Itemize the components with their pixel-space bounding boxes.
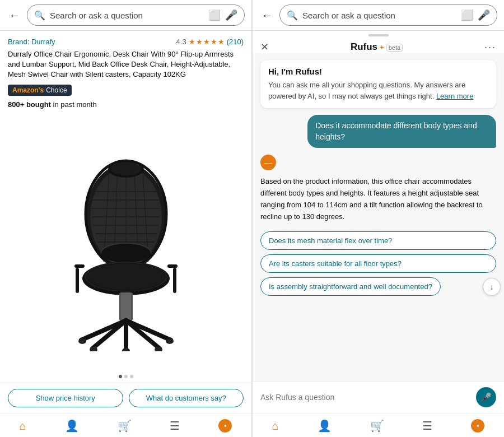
left-nav-account[interactable]: 👤: [59, 418, 85, 434]
ask-rufus-input[interactable]: [260, 393, 472, 402]
star-rating: ★ ★ ★ ★ ★: [189, 38, 225, 46]
right-search-input-container[interactable]: 🔍 Search or ask a question ⬜ 🎤: [279, 4, 497, 26]
svg-rect-21: [76, 268, 79, 293]
suggestion-chip-1[interactable]: Does its mesh material flex over time?: [260, 231, 496, 250]
person-icon: 👤: [65, 419, 79, 433]
ai-message-group: — Based on the product information, this…: [260, 155, 496, 222]
scroll-down-button[interactable]: ↓: [483, 278, 501, 296]
svg-point-19: [87, 263, 165, 290]
right-camera-icon[interactable]: ⬜: [461, 9, 473, 21]
left-mic-icon[interactable]: 🎤: [225, 9, 237, 21]
rufus-chat-area: Hi, I'm Rufus! You can ask me all your s…: [253, 53, 504, 381]
left-nav-menu[interactable]: ☰: [164, 418, 185, 434]
svg-point-32: [166, 338, 174, 344]
image-dots: [119, 375, 133, 378]
chevron-down-icon: ↓: [490, 282, 494, 291]
cart-icon: 🛒: [118, 419, 132, 433]
right-profile-avatar: •: [471, 419, 484, 433]
review-count[interactable]: (210): [227, 38, 244, 46]
show-price-history-button[interactable]: Show price history: [8, 389, 123, 407]
bought-line: 800+ bought in past month: [8, 100, 244, 109]
what-customers-say-button[interactable]: What do customers say?: [129, 389, 244, 407]
right-panel: ← 🔍 Search or ask a question ⬜ 🎤 ✕ Rufus…: [253, 0, 504, 437]
ask-mic-button[interactable]: 🎤: [476, 387, 496, 407]
left-camera-icon[interactable]: ⬜: [208, 9, 221, 21]
suggestion-chip-2[interactable]: Are its casters suitable for all floor t…: [260, 254, 496, 273]
svg-point-31: [78, 338, 86, 344]
ai-avatar: —: [260, 155, 276, 170]
product-info: Brand: Durrafy 4.3 ★ ★ ★ ★ ★ (210) Durra…: [0, 31, 251, 113]
rufus-header-row: ✕ Rufus + beta ···: [260, 41, 496, 53]
star-3: ★: [203, 38, 210, 46]
bought-suffix: in past month: [53, 100, 97, 109]
rating-group: 4.3 ★ ★ ★ ★ ★ (210): [176, 38, 244, 46]
right-search-bar: ← 🔍 Search or ask a question ⬜ 🎤: [253, 0, 504, 31]
svg-point-35: [122, 348, 130, 351]
brand-name[interactable]: Brand: Durrafy: [8, 38, 55, 46]
menu-icon: ☰: [170, 419, 180, 433]
left-search-bar: ← 🔍 Search or ask a question ⬜ 🎤: [0, 0, 251, 31]
suggestion-chip-3-container: Is assembly straightforward and well doc…: [260, 277, 496, 296]
left-search-text: Search or ask a question: [50, 11, 204, 20]
left-search-input-container[interactable]: 🔍 Search or ask a question ⬜ 🎤: [27, 4, 245, 26]
right-search-icon: 🔍: [287, 10, 298, 21]
right-nav-profile[interactable]: •: [465, 418, 490, 434]
rufus-title: Rufus: [351, 41, 377, 53]
mic-send-icon: 🎤: [480, 392, 492, 403]
product-image-area: [0, 113, 251, 383]
svg-rect-25: [121, 292, 131, 320]
svg-point-37: [110, 162, 142, 175]
dot-2: [124, 375, 128, 378]
suggestion-chips: Does its mesh material flex over time? A…: [260, 231, 496, 296]
rufus-more-button[interactable]: ···: [484, 41, 496, 53]
brand-line: Brand: Durrafy 4.3 ★ ★ ★ ★ ★ (210): [8, 38, 244, 46]
left-back-button[interactable]: ←: [7, 7, 22, 24]
profile-avatar: •: [218, 419, 232, 433]
rufus-title-group: Rufus + beta: [351, 41, 403, 53]
star-4: ★: [211, 38, 217, 46]
dot-3: [130, 375, 133, 378]
left-search-icon: 🔍: [34, 10, 45, 21]
svg-rect-23: [173, 268, 176, 293]
right-cart-icon: 🛒: [370, 419, 384, 433]
home-icon: ⌂: [19, 420, 26, 433]
suggestion-chip-3[interactable]: Is assembly straightforward and well doc…: [260, 277, 441, 296]
amazon-choice-badge: Amazon's Choice: [8, 85, 72, 96]
ai-message-text: Based on the product information, this o…: [260, 176, 496, 222]
right-mic-icon[interactable]: 🎤: [478, 9, 490, 21]
right-nav-account[interactable]: 👤: [312, 418, 337, 434]
rufus-welcome-title: Hi, I'm Rufus!: [268, 67, 488, 76]
left-bottom-nav: ⌂ 👤 🛒 ☰ •: [0, 413, 251, 437]
learn-more-link[interactable]: Learn more: [436, 92, 473, 100]
ask-input-row: 🎤: [253, 381, 504, 413]
star-2: ★: [196, 38, 203, 46]
rufus-drag-handle[interactable]: [368, 34, 389, 36]
choice-text: Choice: [46, 86, 67, 94]
svg-rect-22: [167, 264, 178, 268]
rufus-welcome-bubble: Hi, I'm Rufus! You can ask me all your s…: [260, 60, 496, 108]
left-nav-profile[interactable]: •: [213, 418, 237, 434]
rufus-plus: +: [380, 43, 384, 52]
right-nav-home[interactable]: ⌂: [266, 419, 284, 434]
star-half: ★: [218, 38, 225, 46]
bottom-action-buttons: Show price history What do customers say…: [0, 383, 251, 413]
right-person-icon: 👤: [318, 419, 332, 433]
right-search-text: Search or ask a question: [302, 11, 456, 20]
right-nav-cart[interactable]: 🛒: [365, 418, 390, 434]
right-back-button[interactable]: ←: [259, 7, 275, 24]
user-message-container: Does it accommodate different body types…: [260, 115, 496, 148]
right-nav-menu[interactable]: ☰: [417, 418, 438, 434]
product-title: Durrafy Office Chair Ergonomic, Desk Cha…: [8, 49, 244, 80]
amazon-text: Amazon's: [12, 86, 44, 94]
right-home-icon: ⌂: [272, 420, 278, 433]
ai-avatar-icon: —: [264, 158, 272, 167]
rufus-close-button[interactable]: ✕: [260, 41, 269, 53]
rufus-top: ✕ Rufus + beta ···: [253, 31, 504, 53]
rufus-welcome-text: You can ask me all your shopping questio…: [268, 80, 488, 101]
bought-count: 800+ bought: [8, 100, 51, 109]
star-1: ★: [189, 38, 195, 46]
rating-number: 4.3: [176, 38, 186, 46]
left-nav-cart[interactable]: 🛒: [112, 418, 137, 434]
left-nav-home[interactable]: ⌂: [13, 419, 31, 434]
chair-image: [0, 113, 251, 383]
